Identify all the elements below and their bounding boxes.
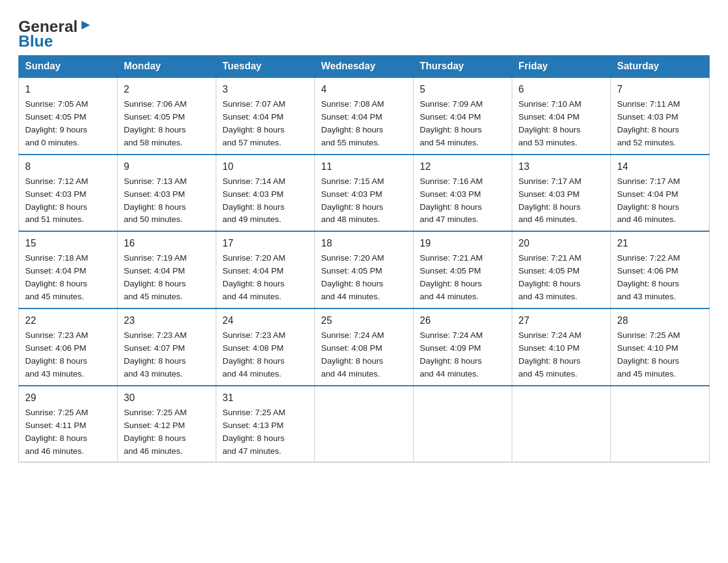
day-info: Sunrise: 7:14 AMSunset: 4:03 PMDaylight:…	[222, 177, 286, 224]
day-number: 7	[617, 82, 703, 97]
calendar-cell: 26Sunrise: 7:24 AMSunset: 4:09 PMDayligh…	[414, 308, 512, 386]
day-info: Sunrise: 7:25 AMSunset: 4:10 PMDaylight:…	[617, 331, 680, 378]
day-info: Sunrise: 7:15 AMSunset: 4:03 PMDaylight:…	[321, 177, 384, 224]
calendar-cell: 2Sunrise: 7:06 AMSunset: 4:05 PMDaylight…	[118, 77, 216, 155]
day-number: 19	[420, 236, 506, 251]
calendar-cell: 9Sunrise: 7:13 AMSunset: 4:03 PMDaylight…	[118, 155, 216, 232]
calendar-cell: 11Sunrise: 7:15 AMSunset: 4:03 PMDayligh…	[315, 155, 414, 232]
day-info: Sunrise: 7:23 AMSunset: 4:06 PMDaylight:…	[25, 331, 88, 378]
day-info: Sunrise: 7:17 AMSunset: 4:03 PMDaylight:…	[518, 177, 582, 224]
day-number: 12	[420, 159, 506, 174]
day-number: 3	[222, 82, 308, 97]
calendar-cell: 3Sunrise: 7:07 AMSunset: 4:04 PMDaylight…	[216, 77, 315, 155]
day-info: Sunrise: 7:18 AMSunset: 4:04 PMDaylight:…	[25, 253, 88, 301]
day-info: Sunrise: 7:21 AMSunset: 4:05 PMDaylight:…	[518, 253, 582, 301]
calendar-cell	[512, 386, 611, 462]
day-number: 5	[420, 82, 506, 97]
day-number: 25	[321, 313, 407, 328]
day-info: Sunrise: 7:19 AMSunset: 4:04 PMDaylight:…	[124, 253, 187, 301]
calendar-cell	[414, 386, 512, 462]
calendar-cell: 16Sunrise: 7:19 AMSunset: 4:04 PMDayligh…	[118, 231, 216, 308]
day-number: 30	[124, 391, 210, 405]
day-info: Sunrise: 7:06 AMSunset: 4:05 PMDaylight:…	[124, 99, 187, 147]
logo-arrow-icon	[79, 18, 93, 32]
day-number: 24	[222, 313, 308, 328]
logo: General Blue	[18, 18, 93, 49]
day-info: Sunrise: 7:05 AMSunset: 4:05 PMDaylight:…	[25, 99, 88, 147]
day-number: 17	[222, 236, 308, 251]
day-info: Sunrise: 7:23 AMSunset: 4:08 PMDaylight:…	[222, 331, 286, 378]
calendar-cell: 23Sunrise: 7:23 AMSunset: 4:07 PMDayligh…	[118, 308, 216, 386]
calendar-table: SundayMondayTuesdayWednesdayThursdayFrid…	[18, 55, 710, 462]
day-number: 27	[518, 313, 604, 328]
calendar-cell: 27Sunrise: 7:24 AMSunset: 4:10 PMDayligh…	[512, 308, 611, 386]
calendar-cell: 20Sunrise: 7:21 AMSunset: 4:05 PMDayligh…	[512, 231, 611, 308]
day-info: Sunrise: 7:11 AMSunset: 4:03 PMDaylight:…	[617, 99, 680, 147]
header-sunday: Sunday	[19, 56, 118, 78]
calendar-cell: 25Sunrise: 7:24 AMSunset: 4:08 PMDayligh…	[315, 308, 414, 386]
day-info: Sunrise: 7:22 AMSunset: 4:06 PMDaylight:…	[617, 253, 680, 301]
week-row-5: 29Sunrise: 7:25 AMSunset: 4:11 PMDayligh…	[19, 386, 710, 462]
day-number: 6	[518, 82, 604, 97]
calendar-cell: 17Sunrise: 7:20 AMSunset: 4:04 PMDayligh…	[216, 231, 315, 308]
svg-marker-0	[82, 21, 90, 29]
day-number: 21	[617, 236, 703, 251]
calendar-cell: 19Sunrise: 7:21 AMSunset: 4:05 PMDayligh…	[414, 231, 512, 308]
calendar-cell: 30Sunrise: 7:25 AMSunset: 4:12 PMDayligh…	[118, 386, 216, 462]
header-tuesday: Tuesday	[216, 56, 315, 78]
day-info: Sunrise: 7:24 AMSunset: 4:09 PMDaylight:…	[420, 331, 483, 378]
day-number: 14	[617, 159, 703, 174]
calendar-cell: 1Sunrise: 7:05 AMSunset: 4:05 PMDaylight…	[19, 77, 118, 155]
week-row-3: 15Sunrise: 7:18 AMSunset: 4:04 PMDayligh…	[19, 231, 710, 308]
calendar-cell: 15Sunrise: 7:18 AMSunset: 4:04 PMDayligh…	[19, 231, 118, 308]
day-info: Sunrise: 7:25 AMSunset: 4:13 PMDaylight:…	[222, 408, 286, 456]
header-monday: Monday	[118, 56, 216, 78]
day-info: Sunrise: 7:12 AMSunset: 4:03 PMDaylight:…	[25, 177, 88, 224]
calendar-cell: 7Sunrise: 7:11 AMSunset: 4:03 PMDaylight…	[611, 77, 710, 155]
week-row-2: 8Sunrise: 7:12 AMSunset: 4:03 PMDaylight…	[19, 155, 710, 232]
calendar-cell: 4Sunrise: 7:08 AMSunset: 4:04 PMDaylight…	[315, 77, 414, 155]
day-info: Sunrise: 7:07 AMSunset: 4:04 PMDaylight:…	[222, 99, 286, 147]
calendar-cell: 8Sunrise: 7:12 AMSunset: 4:03 PMDaylight…	[19, 155, 118, 232]
day-number: 31	[222, 391, 308, 405]
header-row: SundayMondayTuesdayWednesdayThursdayFrid…	[19, 56, 710, 78]
calendar-cell: 22Sunrise: 7:23 AMSunset: 4:06 PMDayligh…	[19, 308, 118, 386]
calendar-cell	[315, 386, 414, 462]
calendar-cell: 6Sunrise: 7:10 AMSunset: 4:04 PMDaylight…	[512, 77, 611, 155]
day-number: 23	[124, 313, 210, 328]
calendar-cell: 31Sunrise: 7:25 AMSunset: 4:13 PMDayligh…	[216, 386, 315, 462]
day-number: 4	[321, 82, 407, 97]
day-number: 8	[25, 159, 111, 174]
calendar-cell: 28Sunrise: 7:25 AMSunset: 4:10 PMDayligh…	[611, 308, 710, 386]
header-saturday: Saturday	[611, 56, 710, 78]
day-info: Sunrise: 7:25 AMSunset: 4:12 PMDaylight:…	[124, 408, 187, 456]
calendar-cell: 5Sunrise: 7:09 AMSunset: 4:04 PMDaylight…	[414, 77, 512, 155]
header-wednesday: Wednesday	[315, 56, 414, 78]
calendar-cell: 21Sunrise: 7:22 AMSunset: 4:06 PMDayligh…	[611, 231, 710, 308]
week-row-4: 22Sunrise: 7:23 AMSunset: 4:06 PMDayligh…	[19, 308, 710, 386]
header-thursday: Thursday	[414, 56, 512, 78]
day-number: 13	[518, 159, 604, 174]
calendar-cell: 14Sunrise: 7:17 AMSunset: 4:04 PMDayligh…	[611, 155, 710, 232]
day-info: Sunrise: 7:09 AMSunset: 4:04 PMDaylight:…	[420, 99, 483, 147]
day-info: Sunrise: 7:17 AMSunset: 4:04 PMDaylight:…	[617, 177, 680, 224]
calendar-cell: 29Sunrise: 7:25 AMSunset: 4:11 PMDayligh…	[19, 386, 118, 462]
header-friday: Friday	[512, 56, 611, 78]
calendar-cell: 18Sunrise: 7:20 AMSunset: 4:05 PMDayligh…	[315, 231, 414, 308]
calendar-cell: 12Sunrise: 7:16 AMSunset: 4:03 PMDayligh…	[414, 155, 512, 232]
page-header: General Blue	[18, 15, 710, 49]
day-number: 22	[25, 313, 111, 328]
day-info: Sunrise: 7:25 AMSunset: 4:11 PMDaylight:…	[25, 408, 88, 456]
day-info: Sunrise: 7:23 AMSunset: 4:07 PMDaylight:…	[124, 331, 187, 378]
calendar-cell: 10Sunrise: 7:14 AMSunset: 4:03 PMDayligh…	[216, 155, 315, 232]
day-number: 11	[321, 159, 407, 174]
day-number: 20	[518, 236, 604, 251]
logo-blue: Blue	[18, 33, 53, 49]
day-number: 2	[124, 82, 210, 97]
day-info: Sunrise: 7:10 AMSunset: 4:04 PMDaylight:…	[518, 99, 582, 147]
day-number: 18	[321, 236, 407, 251]
day-number: 9	[124, 159, 210, 174]
calendar-cell: 13Sunrise: 7:17 AMSunset: 4:03 PMDayligh…	[512, 155, 611, 232]
day-info: Sunrise: 7:24 AMSunset: 4:08 PMDaylight:…	[321, 331, 384, 378]
day-info: Sunrise: 7:24 AMSunset: 4:10 PMDaylight:…	[518, 331, 582, 378]
